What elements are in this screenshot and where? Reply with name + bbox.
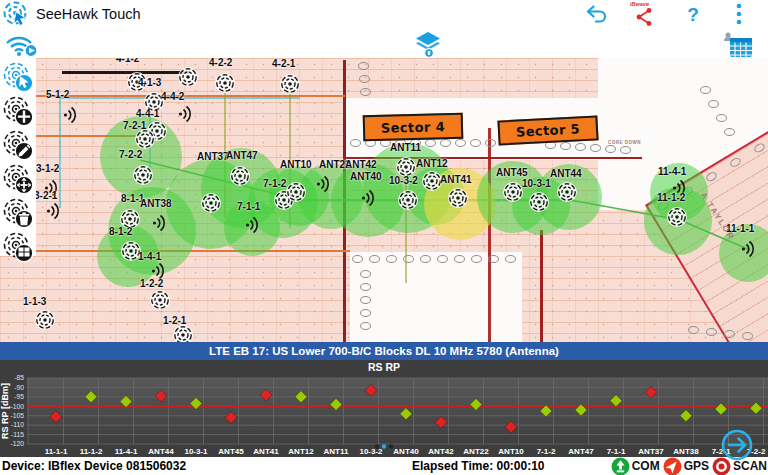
antenna-icon-7-2-1[interactable] — [134, 128, 156, 150]
measurement-banner: LTE EB 17: US Lower 700-B/C Blocks DL 10… — [0, 342, 768, 360]
live-measurement-button[interactable] — [5, 33, 39, 60]
antenna-icon-11-4-1[interactable] — [668, 178, 690, 200]
tool-add-antenna-button[interactable] — [3, 96, 33, 126]
layers-button[interactable] — [415, 31, 441, 61]
x-tick-ANT42: ANT42 — [428, 447, 454, 456]
x-tick-ANT12: ANT12 — [288, 447, 314, 456]
x-tick-11-4-1: 11-4-1 — [115, 447, 138, 456]
x-tick-ANT40: ANT40 — [393, 447, 419, 456]
y-tick--115: -115 — [11, 431, 24, 438]
status-bar: Device: IBflex Device 081506032 Elapsed … — [0, 457, 768, 475]
y-tick--95: -95 — [14, 393, 24, 400]
x-tick-ANT37: ANT37 — [638, 447, 664, 456]
antenna-icon-7-1-1[interactable] — [241, 215, 263, 237]
antenna-icon-8-1-1[interactable] — [119, 208, 141, 230]
x-tick-ANT10: ANT10 — [498, 447, 524, 456]
tool-delete-antenna-button[interactable] — [3, 198, 33, 228]
report-button[interactable] — [720, 31, 754, 61]
x-tick-ANT44: ANT44 — [148, 447, 174, 456]
antenna-icon-4-2-1[interactable] — [279, 73, 301, 95]
antenna-icon-ANT42[interactable] — [357, 188, 379, 210]
antenna-icon-3-1-2[interactable] — [40, 178, 62, 200]
x-tick-ANT11: ANT11 — [324, 447, 349, 456]
antenna-icon-unlabeled[interactable] — [177, 66, 199, 88]
chart-page-dot-2[interactable] — [389, 444, 393, 448]
wall — [0, 250, 350, 252]
antenna-icon-1-2-2[interactable] — [149, 289, 171, 311]
x-tick-11-1-1: 11-1-1 — [45, 447, 68, 456]
wall — [540, 230, 543, 342]
share-icon — [635, 6, 655, 27]
x-tick-7-1-1: 7-1-1 — [607, 447, 626, 456]
x-tick-ANT47: ANT47 — [568, 447, 594, 456]
ibwave-badge: iBwave — [630, 1, 649, 7]
tool-antenna-table-button[interactable] — [3, 232, 33, 262]
antenna-icon-7-2-2[interactable] — [132, 164, 154, 186]
tool-edit-antenna-button[interactable] — [3, 130, 33, 160]
chart-next-page-button[interactable] — [720, 428, 754, 462]
antenna-icon-ANT10[interactable] — [285, 181, 307, 203]
y-tick--105: -105 — [10, 412, 24, 419]
antenna-icon-ANT11[interactable] — [395, 156, 417, 178]
x-tick-7-1-2: 7-1-2 — [537, 447, 556, 456]
overflow-menu-button[interactable] — [722, 0, 756, 30]
antenna-icon-11-1-1[interactable] — [737, 239, 759, 261]
antenna-icon-ANT41[interactable] — [447, 187, 469, 209]
gps-navigation-icon — [663, 457, 682, 475]
antenna-icon-1-1-3[interactable] — [34, 309, 56, 331]
tool-move-antenna-button[interactable] — [3, 164, 33, 194]
y-tick--85: -85 — [14, 374, 24, 381]
floorplan-open-area — [350, 252, 522, 342]
x-tick-11-1-2: 11-1-2 — [80, 447, 103, 456]
column-marker — [753, 142, 767, 155]
wifi-live-icon — [5, 33, 39, 57]
seehawk-touch-app: 4-1-24-2-24-2-14-1-34-4-24-4-15-1-15-1-2… — [0, 0, 768, 475]
app-bar: SeeHawk Touch iBwave ? — [0, 0, 768, 31]
wall — [343, 60, 346, 342]
antenna-icon-10-3-2[interactable] — [397, 189, 419, 211]
help-icon: ? — [687, 4, 699, 25]
antenna-icon-ANT38[interactable] — [148, 213, 170, 235]
antenna-icon-ANT12[interactable] — [421, 170, 443, 192]
map-toolbar — [0, 30, 768, 58]
antenna-icon-5-1-2[interactable] — [59, 105, 81, 127]
overflow-menu-icon — [736, 3, 742, 25]
y-axis-label: RS RP [dBm] — [0, 383, 10, 439]
column-marker — [729, 156, 743, 169]
antenna-icon-ANT37[interactable] — [200, 192, 222, 214]
antenna-icon-ANT45[interactable] — [502, 181, 524, 203]
com-indicator[interactable]: COM — [611, 457, 660, 475]
antenna-icon-ANT22[interactable] — [312, 174, 334, 196]
app-title: SeeHawk Touch — [36, 6, 141, 22]
chart-page-dot-1[interactable] — [382, 444, 386, 448]
y-tick--90: -90 — [14, 384, 24, 391]
antenna-icon-3-2-1[interactable] — [42, 201, 64, 223]
com-upload-icon — [611, 457, 630, 475]
ibwave-share-button[interactable]: iBwave — [628, 0, 662, 30]
antenna-icon-11-1-2[interactable] — [666, 206, 688, 228]
rsrp-chart[interactable]: -85-90-95-100-105-110-115-12011-1-111-1-… — [0, 360, 768, 457]
column-marker — [705, 170, 719, 183]
antenna-icon-4-1-3[interactable] — [143, 91, 165, 113]
gps-indicator[interactable]: GPS — [663, 457, 709, 475]
antenna-icon-ANT47[interactable] — [229, 165, 251, 187]
chart-title: RS RP — [368, 361, 400, 373]
antenna-icon-4-2-2[interactable] — [214, 72, 236, 94]
antenna-icon-1-4-1[interactable] — [147, 261, 169, 283]
antenna-icon-4-1-2[interactable] — [126, 71, 148, 93]
antenna-icon-8-1-2[interactable] — [120, 240, 142, 262]
x-tick-10-3-2: 10-3-2 — [359, 447, 383, 456]
antenna-icon-4-4-2[interactable] — [174, 104, 196, 126]
wall — [488, 128, 491, 342]
antenna-icon-ANT44[interactable] — [556, 181, 578, 203]
report-calendar-icon — [720, 31, 754, 58]
chart-page-dot-0[interactable] — [375, 444, 379, 448]
x-tick-10-3-1: 10-3-1 — [184, 447, 208, 456]
help-button[interactable]: ? — [676, 0, 710, 30]
app-logo-icon — [3, 1, 31, 29]
x-tick-ANT45: ANT45 — [218, 447, 244, 456]
tool-select-antenna-button[interactable] — [3, 62, 33, 92]
x-tick-ANT22: ANT22 — [463, 447, 489, 456]
antenna-icon-10-3-1[interactable] — [528, 191, 550, 213]
undo-button[interactable] — [580, 0, 614, 30]
